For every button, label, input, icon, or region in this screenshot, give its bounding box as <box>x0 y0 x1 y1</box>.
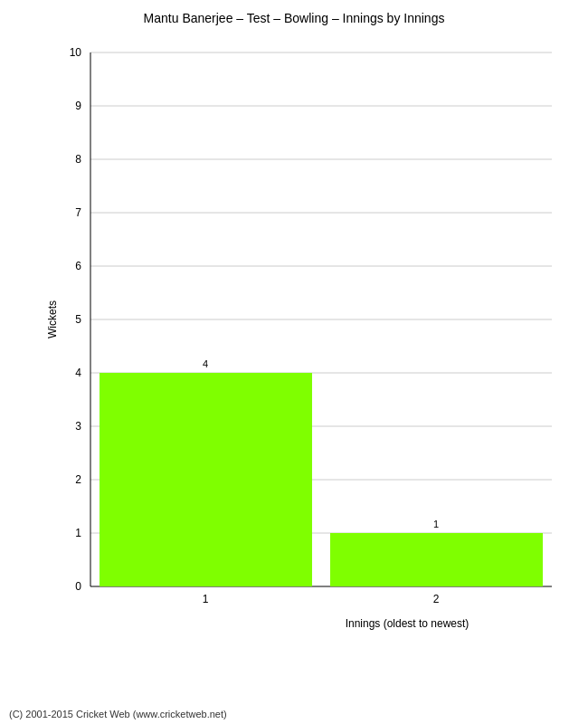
y-tick-7: 7 <box>75 206 81 219</box>
y-tick-5: 5 <box>75 313 81 326</box>
y-tick-10: 10 <box>70 46 82 59</box>
bar-chart: 10 9 8 7 6 5 4 <box>45 34 570 668</box>
y-tick-1: 1 <box>75 527 81 539</box>
chart-container: Mantu Banerjee – Test – Bowling – Inning… <box>0 0 588 724</box>
y-tick-2: 2 <box>75 473 81 486</box>
bar-label-1: 4 <box>203 358 208 369</box>
bar-innings-1 <box>100 373 312 586</box>
x-tick-1: 1 <box>203 593 209 605</box>
y-tick-8: 8 <box>75 153 81 166</box>
y-tick-4: 4 <box>75 367 81 379</box>
x-axis-label: Innings (oldest to newest) <box>346 617 469 630</box>
y-tick-9: 9 <box>75 100 81 112</box>
y-tick-6: 6 <box>75 260 81 272</box>
y-tick-0: 0 <box>75 580 81 593</box>
chart-title: Mantu Banerjee – Test – Bowling – Inning… <box>144 11 445 25</box>
x-tick-2: 2 <box>433 593 440 605</box>
y-axis-label: Wickets <box>46 300 59 338</box>
bar-label-2: 1 <box>433 519 439 529</box>
copyright-text: (C) 2001-2015 Cricket Web (www.cricketwe… <box>9 709 227 719</box>
bar-innings-2 <box>330 533 543 586</box>
y-tick-3: 3 <box>75 420 81 433</box>
chart-area: 10 9 8 7 6 5 4 <box>45 34 570 668</box>
